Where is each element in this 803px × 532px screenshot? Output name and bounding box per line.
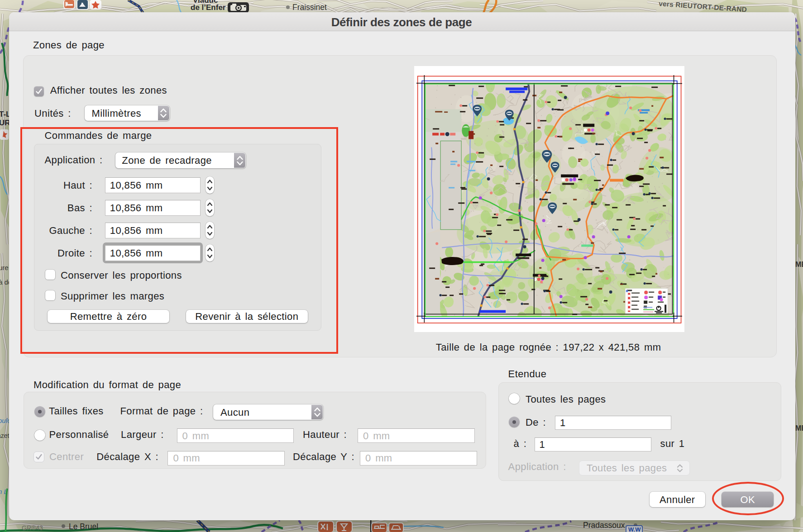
svg-text:ME: ME: [795, 261, 803, 268]
svg-text:ME: ME: [795, 424, 803, 432]
svg-text:Le Bruel: Le Bruel: [69, 522, 98, 531]
svg-text:Pradassoux: Pradassoux: [583, 521, 625, 530]
svg-text:ure: ure: [0, 264, 9, 271]
svg-text:W.W: W.W: [628, 526, 641, 532]
svg-text:Fraissinet: Fraissinet: [292, 3, 327, 12]
svg-text:GR®43: GR®43: [22, 524, 43, 532]
svg-text:de l’Enfer: de l’Enfer: [191, 3, 226, 12]
